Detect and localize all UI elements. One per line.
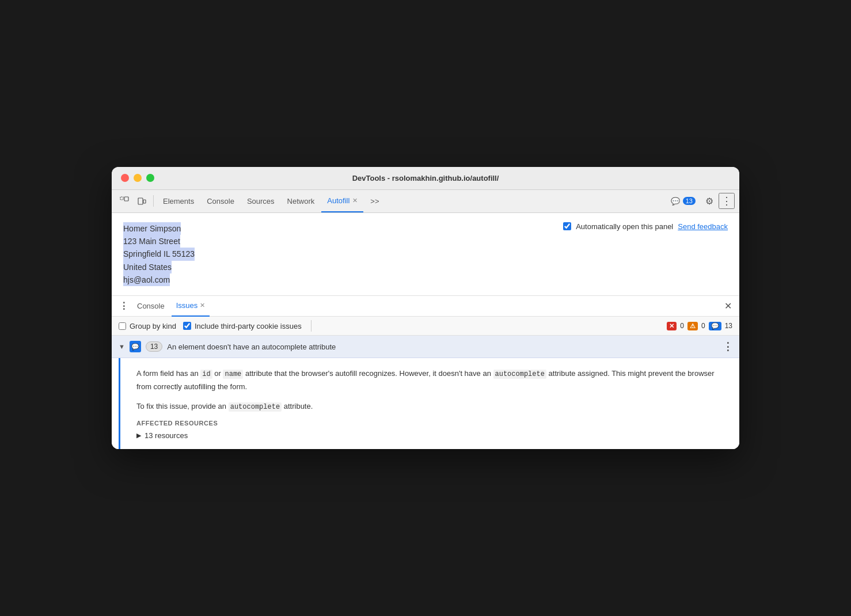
issue-title: An element doesn't have an autocomplete … (167, 343, 718, 351)
bottom-dots-menu[interactable]: ⋮ (116, 299, 130, 313)
warning-count: 0 (701, 322, 705, 330)
issues-filter-bar: Group by kind Include third-party cookie… (112, 317, 739, 336)
bottom-toolbar: ⋮ Console Issues ✕ ✕ (112, 296, 739, 317)
tab-elements[interactable]: Elements (157, 189, 200, 212)
more-tabs-button[interactable]: >> (364, 189, 385, 212)
error-badge: ✕ (667, 322, 677, 330)
minimize-button[interactable] (134, 174, 142, 182)
error-count: 0 (680, 322, 684, 330)
issue-chevron-icon: ▼ (119, 343, 125, 350)
resources-toggle[interactable]: ▶ 13 resources (136, 431, 728, 440)
tab-autofill[interactable]: Autofill ✕ (321, 189, 363, 212)
issues-badge-button[interactable]: 💬 13 (666, 193, 700, 209)
auto-open-label: Automatically open this panel (576, 222, 673, 231)
issue-detail-paragraph-1: A form field has an id or name attribute… (136, 367, 728, 393)
issues-tab-close[interactable]: ✕ (200, 302, 205, 309)
third-party-checkbox[interactable] (183, 322, 191, 330)
tab-network[interactable]: Network (282, 189, 321, 212)
group-by-kind-label: Group by kind (130, 322, 176, 330)
address-line-1: Homer Simpson (123, 222, 181, 235)
filter-divider (311, 320, 311, 332)
address-line-2: 123 Main Street (123, 235, 180, 248)
info-badge: 💬 (709, 322, 721, 330)
tab-sources[interactable]: Sources (241, 189, 280, 212)
tab-console[interactable]: Console (201, 189, 240, 212)
bottom-tab-console[interactable]: Console (132, 296, 169, 317)
devtools-toolbar: Elements Console Sources Network Autofil… (112, 190, 739, 213)
warning-badge: ⚠ (687, 322, 698, 330)
more-menu-icon[interactable]: ⋮ (719, 193, 735, 209)
info-count: 13 (725, 322, 732, 330)
bottom-tab-issues[interactable]: Issues ✕ (172, 296, 210, 317)
resources-arrow-icon: ▶ (136, 432, 141, 439)
issue-count-badge: 13 (146, 341, 162, 352)
issues-badge-icon: 💬 (671, 197, 680, 206)
toolbar-divider-1 (153, 195, 154, 207)
auto-open-checkbox[interactable] (563, 222, 571, 230)
device-toggle-icon[interactable] (134, 193, 150, 209)
traffic-lights (121, 174, 154, 182)
issue-detail-paragraph-2: To fix this issue, provide an autocomple… (136, 400, 728, 413)
close-button[interactable] (121, 174, 129, 182)
autofill-controls: Automatically open this panel Send feedb… (563, 222, 728, 231)
window-title: DevTools - rsolomakhin.github.io/autofil… (352, 174, 499, 182)
issue-row[interactable]: ▼ 💬 13 An element doesn't have an autoco… (112, 336, 739, 358)
svg-rect-0 (120, 197, 123, 200)
autofill-tab-close[interactable]: ✕ (352, 197, 358, 204)
issues-badge-count: 13 (683, 197, 696, 205)
svg-rect-2 (138, 198, 143, 204)
address-line-5: hjs@aol.com (123, 273, 170, 286)
issue-type-icon: 💬 (130, 341, 141, 352)
devtools-window: DevTools - rsolomakhin.github.io/autofil… (112, 167, 739, 450)
close-bottom-panel-button[interactable]: ✕ (721, 299, 735, 313)
title-bar: DevTools - rsolomakhin.github.io/autofil… (112, 167, 739, 190)
send-feedback-link[interactable]: Send feedback (678, 222, 728, 231)
group-by-kind-filter: Group by kind (119, 322, 176, 330)
resources-count-label: 13 resources (145, 431, 188, 440)
select-element-icon[interactable] (116, 193, 132, 209)
bottom-panel: ⋮ Console Issues ✕ ✕ Group by kind Inclu… (112, 296, 739, 449)
third-party-filter: Include third-party cookie issues (183, 322, 302, 330)
address-line-3: Springfield IL 55123 (123, 248, 195, 260)
address-line-4: United States (123, 261, 172, 273)
autofill-panel: Homer Simpson 123 Main Street Springfiel… (112, 213, 739, 296)
svg-rect-1 (124, 197, 128, 201)
maximize-button[interactable] (146, 174, 154, 182)
group-by-kind-checkbox[interactable] (119, 322, 126, 330)
issues-count-group: ✕ 0 ⚠ 0 💬 13 (667, 322, 732, 330)
issue-detail: A form field has an id or name attribute… (119, 358, 739, 449)
svg-rect-3 (143, 200, 146, 203)
third-party-label: Include third-party cookie issues (195, 322, 302, 330)
settings-icon[interactable]: ⚙ (701, 193, 717, 209)
affected-resources-header: AFFECTED RESOURCES (136, 420, 728, 427)
issue-more-menu[interactable]: ⋮ (723, 340, 732, 353)
autofill-address: Homer Simpson 123 Main Street Springfiel… (123, 222, 195, 287)
